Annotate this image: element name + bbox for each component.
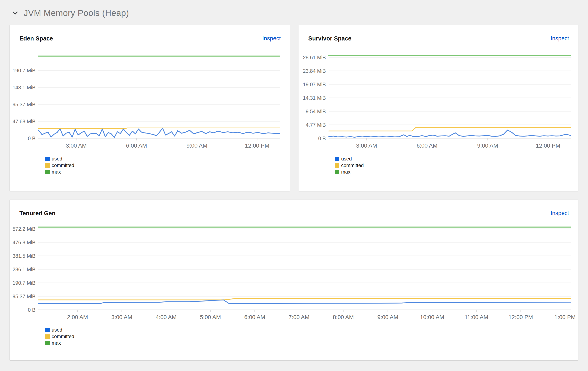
y-tick-label: 190.7 MiB bbox=[12, 280, 35, 286]
y-tick-label: 9.54 MiB bbox=[306, 109, 326, 114]
x-tick-label: 12:00 PM bbox=[245, 142, 270, 149]
chart-legend: usedcommittedmax bbox=[335, 157, 364, 176]
x-tick-label: 3:00 AM bbox=[66, 142, 87, 149]
legend-label: committed bbox=[341, 163, 364, 168]
y-tick-label: 0 B bbox=[28, 136, 35, 141]
y-tick-label: 23.84 MiB bbox=[303, 68, 326, 74]
x-tick-label: 3:00 AM bbox=[356, 142, 377, 149]
panel-survivor-space: Survivor Space Inspect 28.61 MiB23.84 Mi… bbox=[298, 25, 578, 191]
legend-item-max: max bbox=[335, 170, 364, 174]
panel-eden-space: Eden Space Inspect 190.7 MiB143.1 MiB95.… bbox=[10, 25, 290, 191]
legend-label: max bbox=[52, 169, 61, 174]
max-swatch bbox=[45, 170, 50, 174]
max-swatch bbox=[45, 341, 50, 345]
used-series-line bbox=[38, 300, 571, 304]
legend-label: used bbox=[341, 156, 352, 161]
legend-item-max: max bbox=[45, 341, 74, 345]
x-tick-label: 5:00 AM bbox=[200, 314, 221, 320]
y-tick-label: 28.61 MiB bbox=[303, 55, 326, 60]
legend-label: committed bbox=[52, 334, 74, 339]
x-tick-label: 3:00 AM bbox=[111, 314, 132, 320]
y-tick-label: 0 B bbox=[28, 307, 35, 313]
legend-label: max bbox=[341, 169, 350, 174]
panel-title: Tenured Gen bbox=[19, 210, 55, 217]
tenured-gen-chart: 572.2 MiB476.8 MiB381.5 MiB286.1 MiB190.… bbox=[10, 200, 578, 360]
x-tick-label: 9:00 AM bbox=[477, 142, 498, 149]
section-header-jvm-memory-pools[interactable]: JVM Memory Pools (Heap) bbox=[12, 8, 129, 18]
panel-title: Eden Space bbox=[19, 35, 53, 42]
legend-item-used: used bbox=[335, 157, 364, 161]
legend-label: used bbox=[52, 327, 62, 332]
used-series-line bbox=[38, 128, 280, 137]
x-tick-label: 12:00 PM bbox=[536, 142, 560, 149]
committed-series-line bbox=[329, 127, 571, 131]
x-tick-label: 10:00 AM bbox=[420, 314, 444, 320]
committed-swatch bbox=[45, 334, 50, 339]
committed-series-line bbox=[38, 128, 280, 129]
chart-legend: usedcommittedmax bbox=[45, 328, 74, 347]
y-tick-label: 381.5 MiB bbox=[12, 253, 35, 259]
y-tick-label: 4.77 MiB bbox=[306, 122, 326, 128]
inspect-link[interactable]: Inspect bbox=[551, 210, 569, 217]
x-tick-label: 9:00 AM bbox=[186, 142, 207, 149]
y-tick-label: 476.8 MiB bbox=[12, 240, 35, 245]
legend-label: committed bbox=[52, 163, 74, 168]
x-tick-label: 4:00 AM bbox=[156, 314, 177, 320]
committed-swatch bbox=[45, 163, 50, 168]
panel-tenured-gen: Tenured Gen Inspect 572.2 MiB476.8 MiB38… bbox=[10, 200, 578, 360]
used-swatch bbox=[45, 328, 50, 332]
x-tick-label: 9:00 AM bbox=[377, 314, 398, 320]
y-tick-label: 95.37 MiB bbox=[12, 102, 35, 107]
chevron-down-icon[interactable] bbox=[12, 10, 18, 16]
x-tick-label: 6:00 AM bbox=[244, 314, 265, 320]
y-tick-label: 190.7 MiB bbox=[12, 68, 35, 73]
y-tick-label: 572.2 MiB bbox=[12, 226, 35, 232]
x-tick-label: 11:00 AM bbox=[464, 314, 488, 320]
legend-item-used: used bbox=[45, 328, 74, 332]
x-tick-label: 12:00 PM bbox=[509, 314, 533, 320]
x-tick-label: 2:00 AM bbox=[67, 314, 88, 320]
legend-item-committed: committed bbox=[45, 334, 74, 339]
legend-label: max bbox=[52, 340, 61, 345]
committed-series-line bbox=[38, 299, 571, 300]
y-tick-label: 95.37 MiB bbox=[12, 294, 35, 299]
y-tick-label: 0 B bbox=[318, 136, 326, 141]
panel-title: Survivor Space bbox=[308, 35, 351, 42]
x-tick-label: 8:00 AM bbox=[333, 314, 354, 320]
committed-swatch bbox=[335, 163, 339, 168]
legend-label: used bbox=[52, 156, 62, 161]
max-swatch bbox=[335, 170, 339, 174]
x-tick-label: 1:00 PM bbox=[554, 314, 576, 320]
legend-item-committed: committed bbox=[45, 163, 74, 168]
section-title: JVM Memory Pools (Heap) bbox=[24, 8, 129, 18]
legend-item-max: max bbox=[45, 170, 74, 174]
legend-item-committed: committed bbox=[335, 163, 364, 168]
y-tick-label: 14.31 MiB bbox=[303, 95, 326, 101]
x-tick-label: 6:00 AM bbox=[417, 142, 438, 149]
chart-legend: usedcommittedmax bbox=[45, 157, 74, 176]
inspect-link[interactable]: Inspect bbox=[262, 35, 281, 42]
legend-item-used: used bbox=[45, 157, 74, 161]
y-tick-label: 47.68 MiB bbox=[12, 119, 35, 124]
inspect-link[interactable]: Inspect bbox=[551, 35, 569, 42]
used-swatch bbox=[335, 157, 339, 161]
x-tick-label: 6:00 AM bbox=[126, 142, 147, 149]
used-swatch bbox=[45, 157, 50, 161]
x-tick-label: 7:00 AM bbox=[288, 314, 310, 320]
y-tick-label: 286.1 MiB bbox=[12, 267, 35, 272]
y-tick-label: 143.1 MiB bbox=[12, 85, 35, 90]
y-tick-label: 19.07 MiB bbox=[303, 82, 326, 87]
